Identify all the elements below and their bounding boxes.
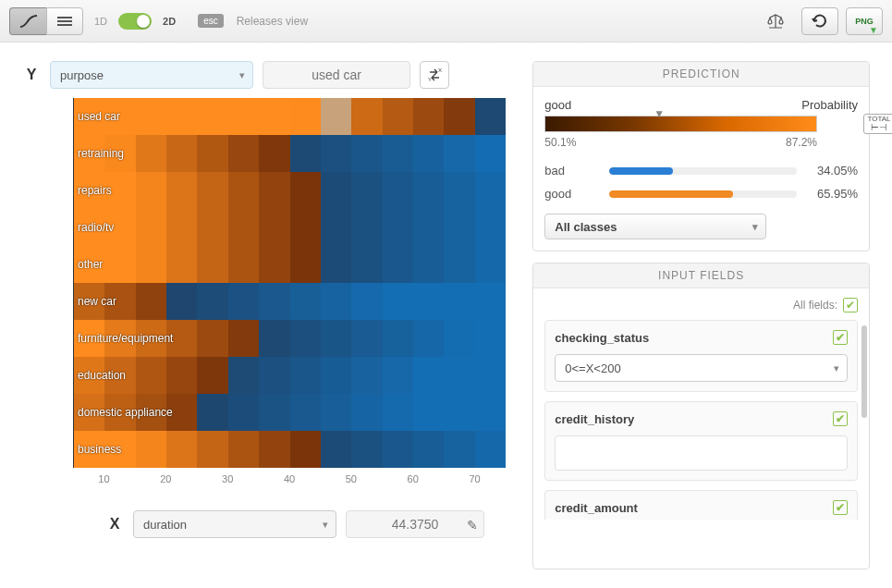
heatmap-cell[interactable]	[475, 246, 506, 283]
list-view-button[interactable]	[46, 7, 83, 35]
heatmap-cell[interactable]	[197, 283, 227, 320]
heatmap-cell[interactable]	[383, 431, 413, 468]
heatmap-cell[interactable]	[290, 135, 321, 172]
heatmap-cell[interactable]	[228, 394, 259, 431]
heatmap-cell[interactable]	[136, 431, 166, 468]
heatmap-cell[interactable]	[351, 98, 382, 135]
heatmap-cell[interactable]	[259, 135, 289, 172]
heatmap-cell[interactable]	[413, 283, 444, 320]
heatmap-cell[interactable]	[351, 394, 382, 431]
heatmap-cell[interactable]	[228, 431, 259, 468]
curve-view-button[interactable]	[9, 7, 46, 35]
heatmap-cell[interactable]	[383, 246, 413, 283]
heatmap-cell[interactable]	[228, 98, 259, 135]
heatmap-cell[interactable]	[383, 357, 413, 394]
x-field-select[interactable]: duration	[133, 510, 336, 538]
heatmap-cell[interactable]	[166, 431, 197, 468]
heatmap-cell[interactable]	[383, 135, 413, 172]
field-checkbox[interactable]: ✔	[833, 411, 848, 426]
heatmap-cell[interactable]	[290, 357, 321, 394]
heatmap-cell[interactable]	[475, 394, 506, 431]
heatmap-cell[interactable]	[444, 98, 474, 135]
heatmap-cell[interactable]	[475, 283, 506, 320]
heatmap-cell[interactable]	[136, 357, 166, 394]
heatmap-cell[interactable]	[383, 209, 413, 246]
heatmap-cell[interactable]	[166, 357, 197, 394]
heatmap-cell[interactable]	[383, 283, 413, 320]
heatmap-cell[interactable]	[351, 209, 382, 246]
heatmap-cell[interactable]	[166, 98, 197, 135]
heatmap-cell[interactable]	[136, 209, 166, 246]
heatmap-cell[interactable]	[321, 98, 351, 135]
y-field-select[interactable]: purpose	[50, 61, 253, 89]
heatmap-cell[interactable]	[475, 209, 506, 246]
export-png-button[interactable]: PNG ▼	[846, 7, 883, 35]
heatmap-cell[interactable]	[351, 320, 382, 357]
heatmap-cell[interactable]	[197, 246, 227, 283]
heatmap-cell[interactable]	[444, 209, 474, 246]
heatmap-cell[interactable]	[383, 98, 413, 135]
field-select[interactable]: 0<=X<200	[555, 354, 848, 382]
heatmap-cell[interactable]	[197, 320, 227, 357]
heatmap-cell[interactable]	[321, 283, 351, 320]
heatmap-cell[interactable]	[228, 357, 259, 394]
heatmap-cell[interactable]	[228, 172, 259, 209]
swap-axes-button[interactable]: YX	[420, 61, 449, 89]
heatmap-cell[interactable]	[413, 246, 444, 283]
heatmap-cell[interactable]	[475, 357, 506, 394]
field-checkbox[interactable]: ✔	[833, 330, 848, 345]
heatmap-cell[interactable]	[475, 98, 506, 135]
heatmap-cell[interactable]	[444, 283, 474, 320]
heatmap-cell[interactable]	[444, 394, 474, 431]
heatmap-cell[interactable]	[166, 135, 197, 172]
heatmap-cell[interactable]	[351, 283, 382, 320]
all-classes-select[interactable]: All classes	[544, 214, 766, 239]
heatmap-cell[interactable]	[259, 394, 289, 431]
heatmap-cell[interactable]	[475, 135, 506, 172]
x-value-box[interactable]: 44.3750 ✎	[346, 510, 484, 538]
heatmap-cell[interactable]	[351, 135, 382, 172]
heatmap-cell[interactable]	[197, 357, 227, 394]
heatmap-cell[interactable]	[444, 246, 474, 283]
field-input[interactable]	[555, 435, 848, 471]
heatmap-cell[interactable]	[413, 320, 444, 357]
heatmap-cell[interactable]	[413, 357, 444, 394]
heatmap-cell[interactable]	[259, 283, 289, 320]
refresh-button[interactable]	[801, 7, 838, 35]
heatmap-cell[interactable]	[383, 320, 413, 357]
heatmap-cell[interactable]	[197, 172, 227, 209]
heatmap-cell[interactable]	[444, 135, 474, 172]
heatmap-cell[interactable]	[166, 246, 197, 283]
heatmap-cell[interactable]	[290, 431, 321, 468]
heatmap-cell[interactable]	[197, 431, 227, 468]
heatmap-cell[interactable]	[290, 283, 321, 320]
heatmap-cell[interactable]	[136, 172, 166, 209]
edit-icon[interactable]: ✎	[467, 518, 478, 533]
heatmap-cell[interactable]	[290, 98, 321, 135]
heatmap-cell[interactable]	[136, 98, 166, 135]
heatmap-cell[interactable]	[321, 209, 351, 246]
heatmap-cell[interactable]	[166, 172, 197, 209]
heatmap-cell[interactable]	[136, 135, 166, 172]
heatmap-cell[interactable]	[413, 394, 444, 431]
heatmap-cell[interactable]	[197, 394, 227, 431]
heatmap-cell[interactable]	[475, 320, 506, 357]
heatmap-cell[interactable]	[290, 209, 321, 246]
heatmap-cell[interactable]	[166, 283, 197, 320]
heatmap-cell[interactable]	[136, 246, 166, 283]
heatmap-cell[interactable]	[104, 246, 135, 283]
heatmap-cell[interactable]	[228, 135, 259, 172]
heatmap-cell[interactable]	[321, 246, 351, 283]
heatmap-cell[interactable]	[259, 357, 289, 394]
total-badge[interactable]: TOTAL ⊢⊣	[863, 114, 892, 134]
heatmap-cell[interactable]	[351, 172, 382, 209]
heatmap-cell[interactable]	[321, 172, 351, 209]
heatmap-cell[interactable]	[444, 320, 474, 357]
heatmap-cell[interactable]	[475, 431, 506, 468]
heatmap-cell[interactable]	[475, 172, 506, 209]
input-fields-body[interactable]: All fields: ✔ checking_status✔0<=X<200cr…	[533, 288, 869, 520]
heatmap-cell[interactable]	[290, 320, 321, 357]
heatmap-cell[interactable]	[259, 246, 289, 283]
heatmap-cell[interactable]	[197, 209, 227, 246]
balance-icon[interactable]	[757, 7, 794, 35]
